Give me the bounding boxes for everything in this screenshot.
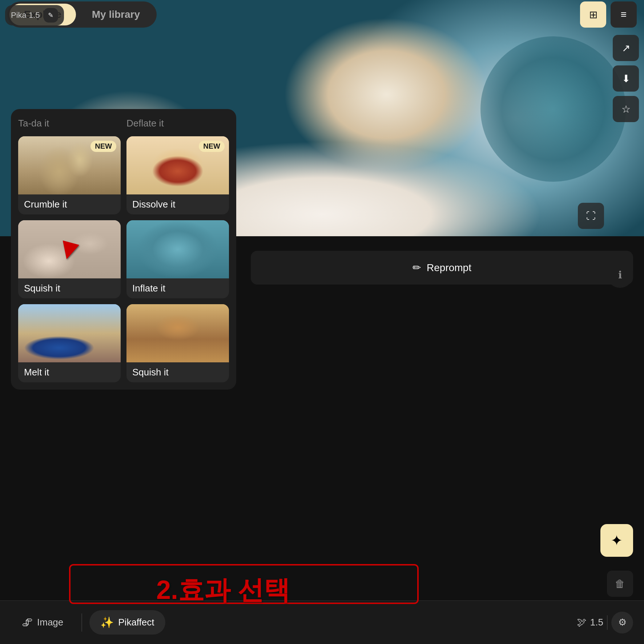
melt-thumbnail — [18, 304, 121, 362]
list-view-button[interactable]: ≡ — [611, 1, 637, 28]
crumble-effect-card[interactable]: NEW Crumble it — [18, 136, 121, 214]
effects-grid: Ta-da it Deflate it NEW Crumble it NEW D… — [18, 116, 229, 382]
reprompt-label: Reprompt — [427, 262, 471, 274]
effects-panel: Ta-da it Deflate it NEW Crumble it NEW D… — [11, 109, 236, 390]
arrow-overlay: ▼ — [18, 220, 121, 278]
fullscreen-button[interactable]: ⛶ — [578, 203, 604, 229]
dissolve-thumbnail: NEW — [126, 136, 229, 194]
reprompt-icon: ✏ — [412, 262, 421, 274]
share-button[interactable]: ↗ — [613, 35, 639, 61]
speed-icon: 🕊 — [577, 617, 587, 628]
squish-thumbnail: ▼ — [18, 220, 121, 278]
side-actions: ↗ ⬇ ☆ — [608, 29, 644, 128]
crumble-thumbnail: NEW — [18, 136, 121, 194]
sparkle-icon: ✦ — [611, 532, 623, 549]
pikaffect-button[interactable]: ✨ Pikaffect — [89, 610, 165, 635]
inflate-thumbnail — [126, 220, 229, 278]
speed-value: 1.5 — [590, 617, 603, 628]
grid-view-button[interactable]: ⊞ — [580, 1, 606, 28]
reprompt-button[interactable]: ✏ Reprompt — [251, 251, 633, 285]
pikaffect-icon: ✨ — [100, 616, 114, 629]
pika-version-label: Pika 1.5 — [11, 11, 40, 20]
inflate-label: Inflate it — [126, 278, 229, 298]
squish-label: Squish it — [18, 278, 121, 298]
dissolve-label: Dissolve it — [126, 194, 229, 214]
crumble-label: Crumble it — [18, 194, 121, 214]
crumble-new-badge: NEW — [90, 141, 116, 152]
pika-edit-icon[interactable]: ✎ — [44, 8, 58, 23]
nav-right-buttons: ⊞ ≡ — [580, 1, 637, 28]
star-button[interactable]: ☆ — [613, 96, 639, 122]
info-button[interactable]: ℹ — [607, 262, 633, 288]
bottom-divider — [81, 613, 82, 632]
speed-display: 🕊 1.5 ⚙ — [577, 612, 633, 633]
my-library-tab[interactable]: My library — [77, 4, 154, 25]
pika-version-badge: Pika 1.5 ✎ — [5, 5, 64, 25]
dissolve-new-badge: NEW — [199, 141, 225, 152]
speed-divider — [607, 615, 608, 630]
dissolve-effect-card[interactable]: NEW Dissolve it — [126, 136, 229, 214]
squish2-effect-card[interactable]: Squish it — [126, 304, 229, 382]
squish2-label: Squish it — [126, 362, 229, 382]
bottom-bar: 🖇 Image ✨ Pikaffect 🕊 1.5 ⚙ — [0, 600, 644, 644]
red-arrow-icon: ▼ — [51, 229, 88, 269]
tada-section-title: Ta-da it — [18, 116, 121, 130]
pikaffect-label: Pikaffect — [118, 617, 154, 628]
delete-button[interactable]: 🗑 — [607, 571, 633, 597]
settings-button[interactable]: ⚙ — [611, 612, 633, 633]
image-icon: 🖇 — [22, 616, 33, 629]
annotation-text: 2.효과 선택 — [156, 573, 290, 608]
image-label: Image — [37, 617, 63, 628]
deflate-section-title: Deflate it — [126, 116, 229, 130]
melt-label: Melt it — [18, 362, 121, 382]
squish-effect-card[interactable]: ▼ Squish it — [18, 220, 121, 298]
image-button[interactable]: 🖇 Image — [11, 611, 74, 635]
squish2-thumbnail — [126, 304, 229, 362]
inflate-effect-card[interactable]: Inflate it — [126, 220, 229, 298]
sparkle-button[interactable]: ✦ — [600, 524, 633, 557]
melt-effect-card[interactable]: Melt it — [18, 304, 121, 382]
top-nav: Explore My library ⊞ ≡ — [0, 0, 644, 29]
download-button[interactable]: ⬇ — [613, 65, 639, 92]
right-panel: ✏ Reprompt — [240, 236, 644, 600]
